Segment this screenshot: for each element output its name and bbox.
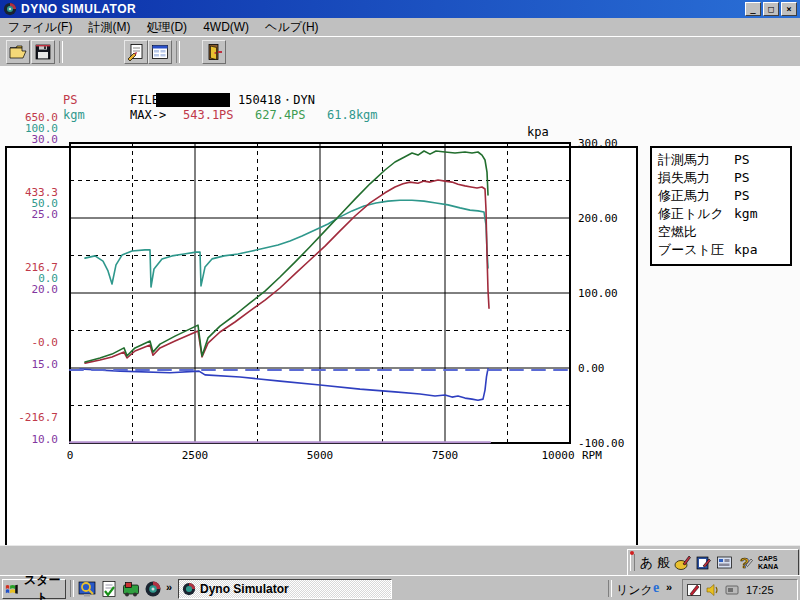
monitor-window-button[interactable]	[148, 40, 172, 64]
exit-door-icon	[204, 42, 224, 62]
start-button-label: スタート	[22, 572, 63, 600]
window-title: DYNO SIMULATOR	[21, 2, 136, 16]
file-suffix: 150418・DYN	[238, 94, 315, 107]
legend-row: 計測馬力PS	[652, 151, 790, 169]
quick-launch-app-icon[interactable]	[122, 580, 140, 598]
legend-row: 修正馬力PS	[652, 187, 790, 205]
taskbar-separator	[70, 580, 74, 597]
task-button-dyno-simulator[interactable]: Dyno Simulator	[178, 579, 392, 599]
ime-indicator-dot	[630, 551, 634, 555]
tray-clock: 17:25	[746, 584, 774, 596]
internet-explorer-icon[interactable]: e	[648, 580, 664, 596]
open-file-button[interactable]	[6, 40, 30, 64]
task-button-icon	[182, 582, 196, 596]
floppy-disk-icon	[33, 42, 53, 62]
save-button[interactable]	[31, 40, 55, 64]
report-page-icon	[126, 42, 146, 62]
max-measured-power: 543.1PS	[183, 109, 234, 122]
minimize-button[interactable]: _	[745, 2, 761, 16]
menu-item[interactable]: 4WD(W)	[195, 19, 257, 35]
legend-row: 空燃比	[652, 223, 790, 241]
volume-icon[interactable]	[705, 582, 721, 598]
tablet-pen-icon[interactable]	[686, 582, 702, 598]
links-overflow-chevron[interactable]: »	[666, 581, 672, 593]
exit-button[interactable]	[202, 40, 226, 64]
taskbar-separator	[608, 580, 612, 597]
legend-row: ブースト圧kpa	[652, 241, 790, 259]
window-grid-icon	[150, 42, 170, 62]
ime-dictionary-icon[interactable]	[694, 553, 713, 572]
ime-drag-handle[interactable]	[630, 554, 635, 571]
windows-logo-icon	[5, 582, 19, 596]
toolbar-separator	[176, 41, 180, 63]
left-axis-unit-ps: PS	[63, 94, 77, 107]
legend-row: 修正トルクkgm	[652, 205, 790, 223]
max-label: MAX->	[130, 109, 166, 122]
start-button[interactable]: スタート	[2, 579, 66, 599]
task-button-label: Dyno Simulator	[200, 582, 289, 596]
ime-conversion-mode[interactable]: 般	[655, 554, 672, 572]
system-tray: 17:25	[682, 579, 798, 600]
quick-launch-search-icon[interactable]	[78, 580, 96, 598]
menu-item[interactable]: ファイル(F)	[0, 18, 80, 37]
titlebar: DYNO SIMULATOR _ □ ×	[0, 0, 800, 18]
ime-help-icon[interactable]: ?	[736, 553, 755, 572]
menu-item[interactable]: 計測(M)	[80, 18, 138, 37]
max-torque: 61.8kgm	[327, 109, 378, 122]
ime-input-mode[interactable]: あ	[638, 554, 655, 572]
max-corrected-power: 627.4PS	[255, 109, 306, 122]
maximize-button[interactable]: □	[763, 2, 779, 16]
menu-item[interactable]: 処理(D)	[138, 18, 195, 37]
open-folder-icon	[8, 42, 28, 62]
pc-card-icon[interactable]	[724, 582, 740, 598]
client-area: 計測馬力PS損失馬力PS修正馬力PS修正トルクkgm空燃比ブースト圧kpa	[0, 66, 800, 545]
left-axis-unit-kgm: kgm	[63, 109, 85, 122]
report-button[interactable]	[124, 40, 148, 64]
menubar: ファイル(F)計測(M)処理(D)4WD(W)ヘルプ(H)	[0, 18, 800, 36]
status-band: あ 般 ? CAPSKANA	[0, 545, 800, 576]
toolbar	[0, 36, 800, 68]
menu-item[interactable]: ヘルプ(H)	[257, 18, 327, 37]
app-icon	[3, 2, 17, 16]
toolbar-separator	[59, 41, 63, 63]
quick-launch-document-icon[interactable]	[100, 580, 118, 598]
legend: 計測馬力PS損失馬力PS修正馬力PS修正トルクkgm空燃比ブースト圧kpa	[650, 146, 792, 266]
legend-row: 損失馬力PS	[652, 169, 790, 187]
ime-pen-tool-icon[interactable]	[673, 553, 692, 572]
chart-panel	[5, 146, 638, 593]
ime-caps-kana-status[interactable]: CAPSKANA	[758, 555, 778, 571]
taskbar: スタート »	[0, 575, 800, 600]
quick-launch-overflow-chevron[interactable]: »	[166, 581, 172, 593]
screen: DYNO SIMULATOR _ □ × ファイル(F)計測(M)処理(D)4W…	[0, 0, 800, 600]
ime-toolbar[interactable]: あ 般 ? CAPSKANA	[627, 549, 799, 576]
ime-pad-icon[interactable]	[715, 553, 734, 572]
quick-launch-dyno-icon[interactable]	[144, 580, 162, 598]
legend-rows: 計測馬力PS損失馬力PS修正馬力PS修正トルクkgm空燃比ブースト圧kpa	[652, 151, 790, 259]
redacted-filename	[156, 93, 230, 107]
close-button[interactable]: ×	[781, 2, 797, 16]
